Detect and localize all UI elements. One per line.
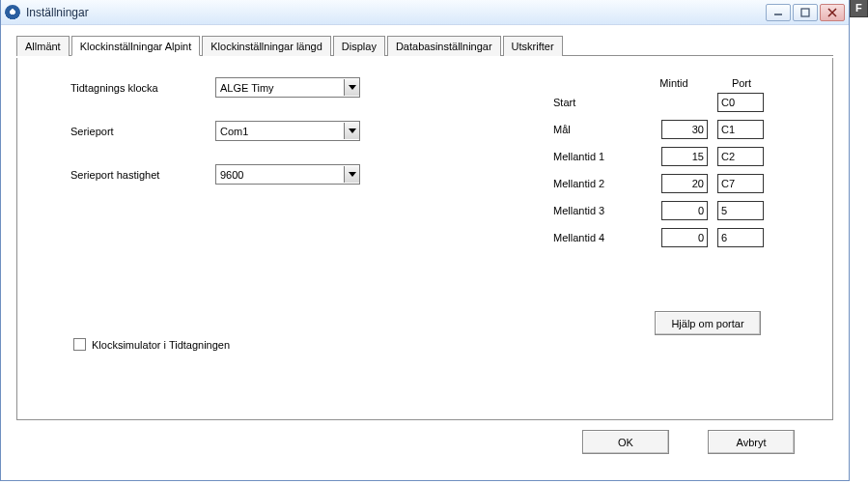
help-ports-button[interactable]: Hjälp om portar: [655, 311, 761, 335]
mintid-input[interactable]: [661, 174, 708, 193]
minimize-button[interactable]: [766, 4, 791, 21]
baud-combo[interactable]: 9600: [215, 164, 360, 185]
port-header: Port: [717, 77, 766, 89]
serial-label: Serieport: [70, 126, 215, 137]
settings-window: Inställningar Allmänt Klockinställningar…: [0, 0, 850, 481]
clock-combo-value: ALGE Timy: [220, 82, 274, 94]
app-icon: [5, 5, 20, 20]
row-label: Mellantid 3: [553, 205, 640, 216]
mintid-input[interactable]: [661, 228, 708, 247]
baud-combo-value: 9600: [220, 169, 243, 181]
serial-combo-value: Com1: [220, 126, 248, 137]
window-title: Inställningar: [26, 6, 766, 19]
tab-databas[interactable]: Databasinställningar: [387, 36, 501, 56]
row-label: Start: [553, 97, 640, 108]
close-button[interactable]: [820, 4, 845, 21]
ok-button[interactable]: OK: [582, 430, 669, 454]
tab-bar: Allmänt Klockinställningar Alpint Klocki…: [16, 35, 833, 56]
svg-rect-0: [801, 9, 809, 16]
tab-klock-langd[interactable]: Klockinställningar längd: [202, 36, 331, 56]
tab-allmant[interactable]: Allmänt: [16, 36, 70, 56]
chevron-down-icon: [344, 123, 359, 139]
mintid-input[interactable]: [661, 120, 708, 139]
port-input[interactable]: [717, 228, 764, 247]
row-label: Mellantid 4: [553, 232, 640, 243]
grid-row-mellantid1: Mellantid 1: [553, 143, 766, 170]
row-label: Mål: [553, 124, 640, 135]
mintid-input[interactable]: [661, 201, 708, 220]
mintid-input[interactable]: [661, 147, 708, 166]
grid-row-start: Start: [553, 89, 766, 116]
row-label: Mellantid 1: [553, 151, 640, 162]
row-label: Mellantid 2: [553, 178, 640, 189]
simulator-checkbox[interactable]: [73, 338, 86, 351]
clock-label: Tidtagnings klocka: [70, 82, 215, 94]
cancel-button[interactable]: Avbryt: [708, 430, 795, 454]
external-tab[interactable]: F: [850, 0, 868, 17]
title-bar: Inställningar: [1, 0, 849, 25]
port-input[interactable]: [717, 201, 764, 220]
simulator-label: Klocksimulator i Tidtagningen: [92, 339, 230, 351]
baud-label: Serieport hastighet: [70, 169, 215, 181]
chevron-down-icon: [344, 79, 359, 96]
tab-panel: Tidtagnings klocka ALGE Timy Serieport C…: [16, 58, 833, 420]
port-input[interactable]: [717, 93, 764, 112]
port-input[interactable]: [717, 147, 764, 166]
grid-row-mellantid4: Mellantid 4: [553, 224, 766, 251]
chevron-down-icon: [344, 166, 359, 183]
port-input[interactable]: [717, 120, 764, 139]
grid-row-mellantid3: Mellantid 3: [553, 197, 766, 224]
ports-grid: Mintid Port Start Mål Mellantid 1: [553, 77, 766, 251]
tab-utskrifter[interactable]: Utskrifter: [503, 36, 563, 56]
serial-combo[interactable]: Com1: [215, 121, 360, 141]
grid-row-mal: Mål: [553, 116, 766, 143]
mintid-header: Mintid: [640, 77, 708, 89]
port-input[interactable]: [717, 174, 764, 193]
clock-combo[interactable]: ALGE Timy: [215, 77, 360, 98]
tab-display[interactable]: Display: [333, 36, 385, 56]
tab-klock-alpint[interactable]: Klockinställningar Alpint: [71, 36, 201, 56]
grid-row-mellantid2: Mellantid 2: [553, 170, 766, 197]
maximize-button[interactable]: [793, 4, 818, 21]
